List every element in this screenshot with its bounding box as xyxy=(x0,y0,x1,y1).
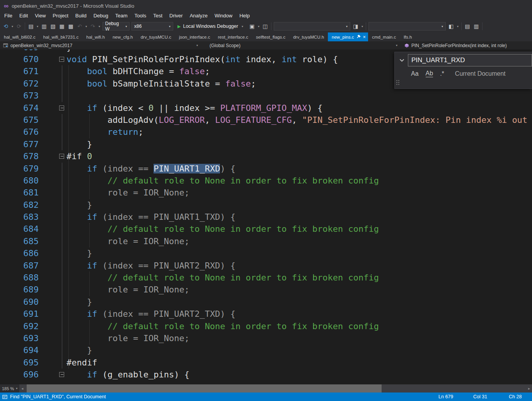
fold-margin[interactable] xyxy=(39,369,66,381)
tab-json_interface.c[interactable]: json_interface.c xyxy=(175,32,214,41)
navigate-back-dropdown-icon[interactable]: ▾ xyxy=(10,22,14,31)
menu-window[interactable]: Window xyxy=(211,12,236,20)
code-line-673[interactable]: 673 xyxy=(0,90,532,102)
line-number[interactable]: 677 xyxy=(0,138,39,150)
scroll-right-arrow[interactable]: ▸ xyxy=(526,384,532,393)
line-number[interactable]: 669 xyxy=(0,49,39,53)
find-in-files-icon[interactable]: ◧ xyxy=(447,22,455,31)
status-character-number[interactable]: Ch 28 xyxy=(509,394,532,399)
line-number[interactable]: 679 xyxy=(0,163,39,175)
fold-margin[interactable] xyxy=(39,102,66,114)
code-line-693[interactable]: 693 role = IOR_None; xyxy=(0,332,532,344)
solution-explorer-icon[interactable]: ▤ xyxy=(463,22,472,31)
status-line-number[interactable]: Ln 679 xyxy=(438,394,473,399)
line-number[interactable]: 691 xyxy=(0,308,39,320)
tab-new_pins.c[interactable]: new_pins.c× xyxy=(328,32,368,41)
code-line-683[interactable]: 683 if (index == PIN_UART1_TXD) { xyxy=(0,211,532,223)
code-line-685[interactable]: 685 role = IOR_None; xyxy=(0,235,532,247)
redo-dropdown-icon[interactable]: ▾ xyxy=(97,22,101,31)
toolbar-search-combo-1[interactable]: ▾ xyxy=(274,22,350,31)
match-case-button[interactable]: Aa xyxy=(411,70,419,77)
open-file-icon[interactable]: ▧ xyxy=(49,22,57,31)
find-scope-dropdown[interactable]: Current Document xyxy=(455,70,506,77)
line-number[interactable]: 672 xyxy=(0,78,39,90)
code-line-680[interactable]: 680 // default role to None in order to … xyxy=(0,175,532,187)
menu-team[interactable]: Team xyxy=(112,12,131,20)
find-options-icon[interactable]: ◨ xyxy=(351,22,360,31)
member-dropdown[interactable]: PIN_SetPinRoleForPinIndex(int index, int… xyxy=(401,43,532,48)
save-icon[interactable]: ▦ xyxy=(58,22,66,31)
menu-file[interactable]: File xyxy=(1,12,16,20)
line-number[interactable]: 682 xyxy=(0,199,39,211)
find-in-files-dropdown-icon[interactable]: ▾ xyxy=(456,22,460,31)
new-project-dropdown-icon[interactable]: ▾ xyxy=(36,22,39,31)
start-debugging-button[interactable]: ▶ Local Windows Debugger ▾ xyxy=(174,22,247,31)
tab-lfs.h[interactable]: lfs.h xyxy=(400,32,416,41)
line-number[interactable]: 680 xyxy=(0,175,39,187)
find-input[interactable] xyxy=(408,54,532,66)
line-number[interactable]: 683 xyxy=(0,211,39,223)
code-line-696[interactable]: 696 if (g_enable_pins) { xyxy=(0,369,532,381)
tab-cmd_main.c[interactable]: cmd_main.c xyxy=(368,32,400,41)
line-number[interactable]: 670 xyxy=(0,53,39,65)
tab-rest_interface.c[interactable]: rest_interface.c xyxy=(214,32,252,41)
redo-icon[interactable]: ↷ xyxy=(89,22,97,31)
menu-build[interactable]: Build xyxy=(72,12,90,20)
find-options-dropdown-icon[interactable]: ▾ xyxy=(360,22,364,31)
code-line-695[interactable]: 695#endif xyxy=(0,357,532,369)
code-line-681[interactable]: 681 role = IOR_None; xyxy=(0,187,532,199)
line-number[interactable]: 685 xyxy=(0,235,39,247)
tab-drv_tuyaMCU.h[interactable]: drv_tuyaMCU.h xyxy=(289,32,328,41)
line-number[interactable]: 671 xyxy=(0,65,39,77)
code-line-676[interactable]: 676 return; xyxy=(0,126,532,138)
extension-icon[interactable] xyxy=(484,22,493,31)
tab-hal_wifi.h[interactable]: hal_wifi.h xyxy=(82,32,109,41)
code-line-682[interactable]: 682 } xyxy=(0,199,532,211)
line-number[interactable]: 696 xyxy=(0,369,39,381)
properties-window-icon[interactable]: ▥ xyxy=(472,22,481,31)
fold-margin[interactable] xyxy=(39,150,66,162)
status-column-number[interactable]: Col 31 xyxy=(473,394,509,399)
zoom-dropdown[interactable]: 185 % ▾ xyxy=(0,384,19,393)
use-regex-button[interactable]: .* xyxy=(440,70,444,77)
code-line-679[interactable]: 679 if (index == PIN_UART1_RXD) { xyxy=(0,163,532,175)
code-line-694[interactable]: 694 } xyxy=(0,344,532,356)
menu-tools[interactable]: Tools xyxy=(131,12,150,20)
line-number[interactable]: 689 xyxy=(0,284,39,296)
code-line-692[interactable]: 692 // default role to None in order to … xyxy=(0,320,532,332)
line-number[interactable]: 675 xyxy=(0,114,39,126)
menu-debug[interactable]: Debug xyxy=(90,12,112,20)
line-number[interactable]: 690 xyxy=(0,296,39,308)
scope-dropdown[interactable]: (Global Scope) ▾ xyxy=(201,43,401,48)
menu-help[interactable]: Help xyxy=(236,12,253,20)
close-icon[interactable]: × xyxy=(363,34,366,39)
fold-margin[interactable] xyxy=(39,53,66,65)
line-number[interactable]: 684 xyxy=(0,223,39,235)
collapse-box-icon[interactable] xyxy=(59,372,64,377)
toolbar-search-combo-2[interactable]: ▾ xyxy=(368,22,446,31)
code-line-686[interactable]: 686 } xyxy=(0,247,532,259)
tab-hal_wifi_bl602.c[interactable]: hal_wifi_bl602.c xyxy=(0,32,39,41)
line-number[interactable]: 686 xyxy=(0,247,39,259)
undo-dropdown-icon[interactable]: ▾ xyxy=(84,22,88,31)
menu-analyze[interactable]: Analyze xyxy=(186,12,211,20)
solution-platform-combo[interactable]: x86 ▾ xyxy=(131,22,173,31)
code-line-688[interactable]: 688 // default role to None in order to … xyxy=(0,272,532,284)
code-line-689[interactable]: 689 role = IOR_None; xyxy=(0,284,532,296)
expand-to-replace-chevron-icon[interactable] xyxy=(397,59,406,62)
attach-process-icon[interactable]: ◫ xyxy=(261,22,269,31)
code-line-684[interactable]: 684 // default role to None in order to … xyxy=(0,223,532,235)
line-number[interactable]: 674 xyxy=(0,102,39,114)
tab-new_cfg.h[interactable]: new_cfg.h xyxy=(109,32,136,41)
code-line-687[interactable]: 687 if (index == PIN_UART2_RXD) { xyxy=(0,260,532,272)
navigate-back-icon[interactable]: ⟲ xyxy=(2,22,10,31)
menu-edit[interactable]: Edit xyxy=(16,12,31,20)
tab-drv_tuyaMCU.c[interactable]: drv_tuyaMCU.c xyxy=(137,32,175,41)
menu-view[interactable]: View xyxy=(31,12,49,20)
pin-icon[interactable] xyxy=(356,35,361,39)
code-line-691[interactable]: 691 if (index == PIN_UART2_TXD) { xyxy=(0,308,532,320)
collapse-box-icon[interactable] xyxy=(59,154,64,159)
horizontal-scrollbar-track[interactable] xyxy=(25,384,526,393)
save-all-icon[interactable]: ▩ xyxy=(66,22,75,31)
code-line-675[interactable]: 675 addLogAdv(LOG_ERROR, LOG_FEATURE_CFG… xyxy=(0,114,532,126)
